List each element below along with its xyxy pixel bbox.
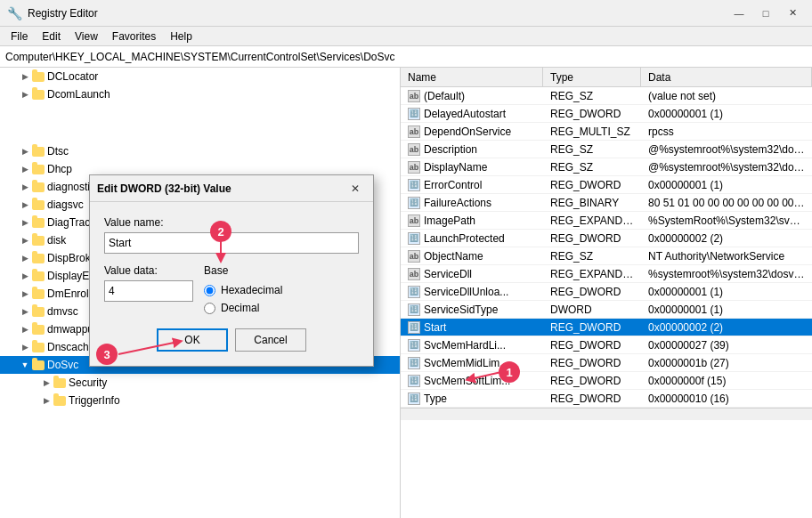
reg-row-servicedllunload[interactable]: 🔢 ServiceDllUnloa... REG_DWORD 0x0000000… <box>401 283 812 301</box>
reg-row-displayname[interactable]: ab DisplayName REG_SZ @%systemroot%\syst… <box>401 158 812 176</box>
tree-label: diagsvc <box>47 198 84 211</box>
reg-data-start: 0x00000002 (2) <box>641 320 812 335</box>
tree-item-triggerinfo[interactable]: ▶ TriggerInfo <box>0 392 400 409</box>
reg-icon-bin8: 🔢 <box>408 339 420 352</box>
tree-item-dclocator[interactable]: ▶ DCLocator <box>0 68 400 85</box>
menu-file[interactable]: File <box>4 28 35 45</box>
reg-row-start[interactable]: 🔢 Start REG_DWORD 0x00000002 (2) <box>401 319 812 336</box>
tree-label: disk <box>47 234 66 247</box>
folder-icon <box>32 307 45 317</box>
value-data-input[interactable] <box>104 280 193 302</box>
minimize-button[interactable]: — <box>727 4 751 23</box>
menu-favorites[interactable]: Favorites <box>105 28 163 45</box>
reg-row-svcmemhardlim[interactable]: 🔢 SvcMemHardLi... REG_DWORD 0x00000027 (… <box>401 336 812 354</box>
folder-icon <box>32 90 45 100</box>
reg-row-type[interactable]: 🔢 Type REG_DWORD 0x00000010 (16) <box>401 390 812 408</box>
col-header-type: Type <box>543 68 641 86</box>
col-header-data: Data <box>641 68 812 86</box>
menu-edit[interactable]: Edit <box>35 28 68 45</box>
folder-icon <box>32 218 45 228</box>
reg-row-description[interactable]: ab Description REG_SZ @%systemroot%\syst… <box>401 141 812 158</box>
reg-row-svcmemmidlim[interactable]: 🔢 SvcMemMidLim... REG_DWORD 0x0000001b (… <box>401 354 812 372</box>
value-name-input[interactable] <box>104 232 359 254</box>
tree-label: DoSvc <box>47 359 78 371</box>
reg-row-servicedll[interactable]: ab ServiceDll REG_EXPAND_SZ %systemroot%… <box>401 265 812 283</box>
menu-view[interactable]: View <box>68 28 105 45</box>
reg-name-objectname: ab ObjectName <box>401 249 543 263</box>
reg-name-description: ab Description <box>401 142 543 157</box>
app-icon: 🔧 <box>7 6 22 20</box>
tree-label: Security <box>69 376 107 389</box>
reg-icon-bin2: 🔢 <box>408 179 420 191</box>
reg-icon-ab6: ab <box>408 250 420 263</box>
chevron-icon: ▶ <box>18 144 32 158</box>
reg-name-failureactions: 🔢 FailureActions <box>401 196 543 210</box>
menu-help[interactable]: Help <box>163 28 199 45</box>
ok-button[interactable]: OK <box>157 328 228 352</box>
reg-row-launchprotected[interactable]: 🔢 LaunchProtected REG_DWORD 0x00000002 (… <box>401 230 812 247</box>
reg-row-imagepath[interactable]: ab ImagePath REG_EXPAND_SZ %SystemRoot%\… <box>401 212 812 230</box>
reg-icon-bin9: 🔢 <box>408 357 420 369</box>
reg-name-svcmemmidlim: 🔢 SvcMemMidLim... <box>401 356 543 370</box>
reg-icon-bin4: 🔢 <box>408 232 420 245</box>
dialog-close-button[interactable]: ✕ <box>345 180 366 198</box>
reg-name-servicedll: ab ServiceDll <box>401 267 543 281</box>
reg-row-delayedautostart[interactable]: 🔢 DelayedAutostart REG_DWORD 0x00000001 … <box>401 105 812 123</box>
reg-data-description: @%systemroot%\system32\dosvc.dll,-1 <box>641 142 812 157</box>
reg-name-displayname: ab DisplayName <box>401 160 543 174</box>
reg-type-launchprotected: REG_DWORD <box>543 231 641 246</box>
folder-icon <box>53 378 66 388</box>
tree-label: DCLocator <box>47 70 98 83</box>
reg-type-delayed: REG_DWORD <box>543 107 641 121</box>
reg-type-objectname: REG_SZ <box>543 249 641 263</box>
chevron-icon: ▶ <box>18 322 32 336</box>
folder-icon <box>32 165 45 174</box>
maximize-button[interactable]: □ <box>753 4 778 23</box>
reg-data-displayname: @%systemroot%\system32\dosvc.dll,-1 <box>641 160 812 174</box>
tree-item-dcomlaunch[interactable]: ▶ DcomLaunch <box>0 85 400 103</box>
reg-row-default[interactable]: ab (Default) REG_SZ (value not set) <box>401 87 812 105</box>
reg-row-errorcontrol[interactable]: 🔢 ErrorControl REG_DWORD 0x00000001 (1) <box>401 176 812 194</box>
folder-icon <box>53 396 66 406</box>
tree-item-dtsc[interactable]: ▶ Dtsc <box>0 142 400 160</box>
folder-icon <box>32 72 45 82</box>
chevron-icon: ▶ <box>18 233 32 247</box>
reg-name-default: ab (Default) <box>401 89 543 103</box>
reg-type-failureactions: REG_BINARY <box>543 196 641 210</box>
reg-name-dependon: ab DependOnService <box>401 125 543 139</box>
reg-type-servicesidtype: DWORD <box>543 303 641 317</box>
tree-item-security[interactable]: ▶ Security <box>0 374 400 392</box>
folder-icon <box>32 200 45 210</box>
folder-icon <box>32 236 45 246</box>
hexadecimal-radio[interactable]: Hexadecimal <box>204 284 282 296</box>
reg-type-description: REG_SZ <box>543 142 641 157</box>
reg-row-servicesidtype[interactable]: 🔢 ServiceSidType DWORD 0x00000001 (1) <box>401 301 812 319</box>
close-button[interactable]: ✕ <box>780 4 805 23</box>
reg-name-svcmemhardlim: 🔢 SvcMemHardLi... <box>401 338 543 352</box>
reg-icon-bin6: 🔢 <box>408 304 420 316</box>
chevron-icon: ▶ <box>18 198 32 212</box>
registry-header: Name Type Data <box>401 68 812 87</box>
reg-data-failureactions: 80 51 01 00 00 00 00 00 00 00 00 03 00 <box>641 196 812 210</box>
reg-icon-ab5: ab <box>408 214 420 227</box>
tree-label: Dhcp <box>47 163 72 175</box>
tree-item-blank1[interactable] <box>0 103 400 142</box>
reg-data-errorcontrol: 0x00000001 (1) <box>641 178 812 192</box>
reg-row-svcmemsoftlim[interactable]: 🔢 SvcMemSoftLim... REG_DWORD 0x0000000f … <box>401 372 812 390</box>
reg-row-objectname[interactable]: ab ObjectName REG_SZ NT Authority\Networ… <box>401 247 812 265</box>
base-group: Base Hexadecimal Decimal <box>204 264 282 314</box>
dialog-title-bar: Edit DWORD (32-bit) Value ✕ <box>90 175 373 202</box>
reg-row-dependonservice[interactable]: ab DependOnService REG_MULTI_SZ rpcss <box>401 123 812 141</box>
reg-icon-bin7: 🔢 <box>408 321 420 334</box>
decimal-radio[interactable]: Decimal <box>204 302 282 314</box>
reg-icon-ab3: ab <box>408 143 420 156</box>
folder-icon <box>32 289 45 299</box>
reg-row-failureactions[interactable]: 🔢 FailureActions REG_BINARY 80 51 01 00 … <box>401 194 812 212</box>
cancel-button[interactable]: Cancel <box>235 328 306 352</box>
reg-data-dependon: rpcss <box>641 125 812 139</box>
tree-label: DcomLaunch <box>47 88 110 101</box>
reg-icon-ab4: ab <box>408 161 420 174</box>
reg-icon-bin11: 🔢 <box>408 393 420 405</box>
tree-label: Dnscache <box>47 341 94 353</box>
horizontal-scrollbar[interactable] <box>401 408 812 420</box>
